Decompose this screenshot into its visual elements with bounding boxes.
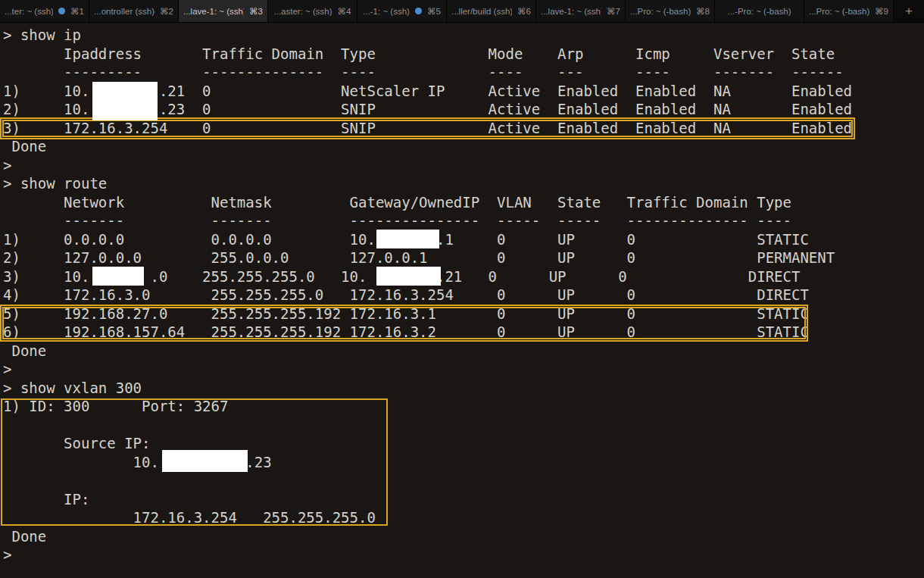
tab-title: ...Pro: ~ (-bash) [630, 7, 691, 16]
tab-shortcut-label: ⌘2 [160, 6, 173, 17]
terminal-tab-1[interactable]: ...ter: ~ (ssh) ⌘1 [0, 0, 89, 22]
tab-shortcut-label: ⌘6 [517, 6, 531, 17]
tab-title: ...-Pro: ~ (-bash) [727, 7, 791, 16]
terminal-tab-3-active[interactable]: ...lave-1: ~ (ssh) ⌘3 [179, 0, 268, 22]
terminal-tab-10[interactable]: ...Pro: ~ (-bash) ⌘9 [804, 0, 894, 22]
tab-shortcut-label: ⌘9 [875, 6, 888, 17]
terminal-tab-8[interactable]: ...Pro: ~ (-bash) ⌘8 [626, 0, 715, 22]
tab-title: ...aster: ~ (ssh) [274, 7, 332, 16]
terminal-tab-4[interactable]: ...aster: ~ (ssh) ⌘4 [268, 0, 357, 22]
tab-shortcut-label: ⌘5 [427, 6, 441, 17]
terminal-tab-6[interactable]: ...ller/build (ssh) ⌘6 [447, 0, 536, 22]
terminal-tab-2[interactable]: ...ontroller (ssh) ⌘2 [89, 0, 179, 22]
terminal-output: > show ip Ipaddress Traffic Domain Type … [3, 26, 852, 564]
tab-bar: ...ter: ~ (ssh) ⌘1 ...ontroller (ssh) ⌘2… [0, 0, 924, 23]
tab-shortcut-label: ⌘4 [338, 6, 351, 17]
tab-activity-dot-icon [415, 8, 422, 14]
tab-title: ...Pro: ~ (-bash) [809, 7, 869, 16]
tab-shortcut-label: ⌘1 [70, 6, 84, 17]
terminal-tab-5[interactable]: ...-1: ~ (ssh) ⌘5 [357, 0, 447, 22]
terminal-tab-9[interactable]: ...-Pro: ~ (-bash) [715, 0, 804, 22]
tab-activity-dot-icon [58, 8, 65, 14]
tab-title: ...ontroller (ssh) [94, 7, 155, 16]
terminal-tab-7[interactable]: ...lave-1: ~ (ssh) ⌘7 [536, 0, 626, 22]
tab-shortcut-label: ⌘3 [249, 6, 263, 17]
new-tab-button[interactable]: + [894, 0, 924, 22]
tab-shortcut-label: ⌘7 [607, 6, 620, 17]
tab-title: ...lave-1: ~ (ssh) [541, 7, 601, 16]
terminal-screen[interactable]: > show ip Ipaddress Traffic Domain Type … [0, 23, 924, 578]
tab-shortcut-label: ⌘8 [696, 6, 710, 17]
tab-title: ...ter: ~ (ssh) [5, 7, 53, 16]
tab-title: ...lave-1: ~ (ssh) [183, 7, 244, 16]
tab-title: ...ller/build (ssh) [451, 7, 512, 16]
tab-title: ...-1: ~ (ssh) [363, 7, 410, 16]
